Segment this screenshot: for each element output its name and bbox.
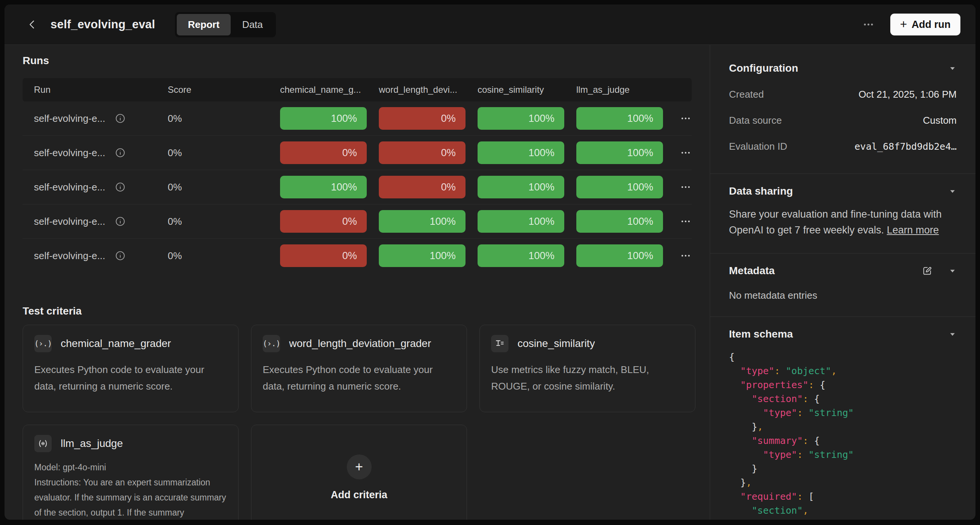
plus-icon: + (900, 18, 907, 30)
ellipsis-icon (680, 216, 691, 227)
table-row[interactable]: self-evolving-e... 0% 0%100%100%100% (22, 238, 692, 273)
plus-icon: + (347, 455, 372, 479)
metric-badge: 100% (280, 107, 367, 130)
info-icon[interactable] (115, 113, 126, 124)
info-icon (115, 251, 126, 261)
edit-metadata-button[interactable] (922, 265, 932, 276)
criteria-description: Executes Python code to evaluate your da… (263, 361, 455, 394)
metric-badge: 100% (477, 210, 564, 233)
column-header-2: chemical_name_g... (280, 85, 379, 95)
code-line: "type": "object", (729, 364, 957, 378)
run-name[interactable]: self-evolving-e... (34, 250, 105, 262)
criteria-title: llm_as_judge (61, 437, 123, 450)
config-row: Data source Custom (729, 115, 957, 126)
item-schema-heading: Item schema (729, 328, 793, 340)
table-header: RunScorechemical_name_g...word_length_de… (22, 78, 692, 101)
column-header-4: cosine_similarity (477, 85, 576, 95)
criteria-title: cosine_similarity (517, 338, 595, 349)
criteria-card[interactable]: (›.) chemical_name_grader Executes Pytho… (22, 325, 239, 412)
metric-badge: 100% (379, 244, 466, 267)
run-name[interactable]: self-evolving-e... (34, 113, 105, 124)
code-grader-icon: (›.) (34, 335, 52, 352)
metric-badge: 100% (576, 176, 663, 198)
test-criteria-heading: Test criteria (22, 305, 692, 317)
criteria-card[interactable]: (›.) word_length_deviation_grader Execut… (251, 325, 467, 412)
row-actions-button[interactable] (680, 182, 691, 192)
criteria-cards: (›.) chemical_name_grader Executes Pytho… (22, 325, 692, 520)
run-name[interactable]: self-evolving-e... (34, 182, 105, 193)
table-row[interactable]: self-evolving-e... 0% 0%100%100%100% (22, 204, 692, 238)
main-panel: Runs RunScorechemical_name_g...word_leng… (5, 45, 710, 520)
code-grader-icon: (›.) (263, 335, 280, 352)
table-row[interactable]: self-evolving-e... 0% 0%0%100%100% (22, 136, 692, 170)
item-schema-section: Item schema { "type": "object", "propert… (729, 317, 957, 520)
column-header-1: Score (168, 85, 280, 95)
info-icon[interactable] (115, 216, 126, 227)
chevron-down-icon[interactable] (948, 330, 957, 338)
info-icon[interactable] (115, 182, 126, 192)
metric-badge: 100% (477, 176, 564, 198)
code-line: "type": "string" (729, 406, 957, 420)
table-row[interactable]: self-evolving-e... 0% 100%0%100%100% (22, 101, 692, 136)
row-actions-button[interactable] (680, 251, 691, 261)
run-score: 0% (168, 216, 280, 227)
metric-badge: 100% (576, 141, 663, 164)
row-actions-button[interactable] (680, 113, 691, 124)
code-line: } (729, 462, 957, 476)
metric-badge: 0% (280, 141, 367, 164)
config-label: Data source (729, 115, 782, 126)
config-label: Evaluation ID (729, 141, 788, 152)
criteria-card[interactable]: cosine_similarity Use metrics like fuzzy… (479, 325, 695, 412)
info-icon (115, 147, 126, 158)
info-icon[interactable] (115, 251, 126, 261)
add-run-button[interactable]: + Add run (890, 14, 960, 35)
column-header-0: Run (22, 85, 168, 95)
back-button[interactable] (24, 16, 41, 33)
code-line: "properties": { (729, 378, 957, 392)
more-options-button[interactable] (858, 14, 879, 35)
ellipsis-icon (680, 113, 691, 124)
code-grader-icon: (›.) (34, 339, 52, 348)
configuration-section: Configuration Created Oct 21, 2025, 1:06… (729, 45, 957, 174)
run-name[interactable]: self-evolving-e... (34, 216, 105, 227)
code-grader-icon: (›.) (263, 339, 280, 348)
metric-badge: 100% (576, 107, 663, 130)
config-row: Created Oct 21, 2025, 1:06 PM (729, 89, 957, 101)
chevron-down-icon[interactable] (948, 187, 957, 195)
info-icon[interactable] (115, 147, 126, 158)
chevron-down-icon[interactable] (948, 266, 957, 275)
config-label: Created (729, 89, 764, 101)
tab-data[interactable]: Data (231, 14, 274, 35)
run-score: 0% (168, 113, 280, 124)
info-icon (115, 113, 126, 124)
criteria-card[interactable]: llm_as_judge Model: gpt-4o-mini Instruct… (22, 424, 239, 520)
metric-badge: 100% (379, 210, 466, 233)
add-run-label: Add run (912, 19, 951, 30)
run-name[interactable]: self-evolving-e... (34, 147, 105, 159)
code-line: "summary": { (729, 434, 957, 448)
model-grader-icon (34, 435, 52, 452)
runs-heading: Runs (22, 55, 692, 67)
criteria-description: Use metrics like fuzzy match, BLEU, ROUG… (491, 361, 684, 394)
config-value: eval_68f7bd9db2e4… (854, 141, 957, 152)
ellipsis-icon (863, 19, 874, 30)
learn-more-link[interactable]: Learn more (887, 224, 939, 236)
metric-badge: 100% (576, 244, 663, 267)
table-row[interactable]: self-evolving-e... 0% 100%0%100%100% (22, 170, 692, 204)
tab-report[interactable]: Report (177, 14, 231, 35)
chevron-down-icon[interactable] (948, 64, 957, 72)
add-criteria-label: Add criteria (331, 489, 387, 501)
criteria-title: word_length_deviation_grader (289, 338, 431, 349)
row-actions-button[interactable] (680, 147, 691, 158)
metric-badge: 100% (477, 141, 564, 164)
row-actions-button[interactable] (680, 216, 691, 227)
code-line: { (729, 350, 957, 364)
code-line: "section", (729, 504, 957, 517)
metric-badge: 100% (477, 244, 564, 267)
criteria-description: Executes Python code to evaluate your da… (34, 361, 227, 394)
info-icon (115, 216, 126, 227)
code-line: "section": { (729, 392, 957, 406)
code-line: }, (729, 420, 957, 434)
item-schema-code: { "type": "object", "properties": { "sec… (729, 350, 957, 517)
add-criteria-button[interactable]: + Add criteria (251, 424, 467, 520)
